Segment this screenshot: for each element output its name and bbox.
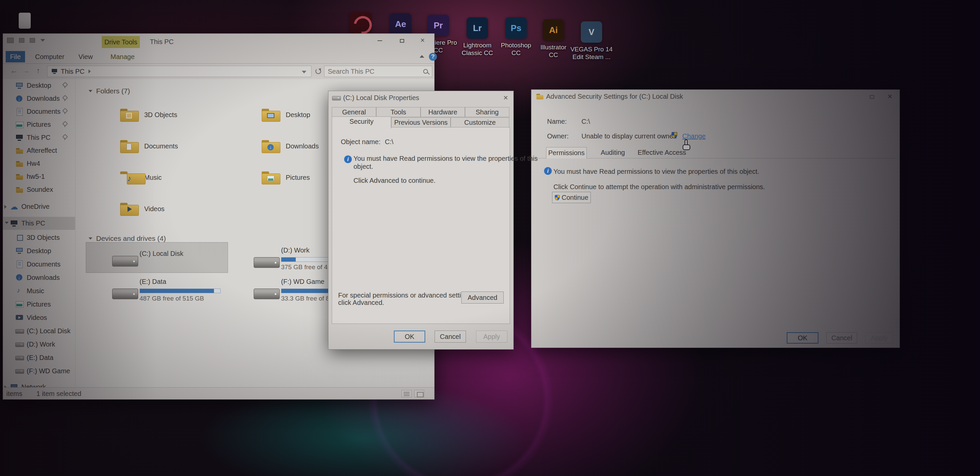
sidebar-item-hw5-1[interactable]: hw5-1 — [3, 170, 75, 183]
ribbon-tab-manage[interactable]: Manage — [110, 50, 135, 64]
navigation-pane: Desktop Downloads Documents Pictures Thi… — [3, 79, 75, 387]
downloads-icon — [15, 95, 24, 102]
folder-icon — [119, 202, 139, 216]
ribbon-tab-file[interactable]: File — [6, 51, 25, 62]
explorer-titlebar[interactable]: Drive Tools This PC × — [3, 34, 434, 50]
ok-button[interactable]: OK — [787, 332, 818, 344]
sidebar-item-this-pc-pinned[interactable]: This PC — [3, 131, 75, 144]
desktop-icon-note[interactable] — [19, 13, 31, 29]
address-dropdown-icon[interactable] — [302, 71, 306, 73]
sidebar-item-d-drive[interactable]: (D:) Work — [3, 338, 75, 351]
back-icon[interactable]: ← — [10, 67, 18, 75]
sidebar-item-downloads[interactable]: Downloads — [3, 92, 75, 105]
desktop-icon-adobe-cc[interactable] — [337, 12, 384, 33]
refresh-icon[interactable] — [315, 68, 321, 74]
tab-customize[interactable]: Customize — [450, 117, 509, 127]
sidebar-item-documents-2[interactable]: Documents — [3, 257, 75, 271]
close-icon[interactable]: × — [499, 91, 513, 105]
up-icon[interactable]: ↑ — [37, 67, 40, 75]
sidebar-item-videos[interactable]: Videos — [3, 311, 75, 324]
ribbon-collapse-icon[interactable] — [420, 55, 424, 58]
ribbon-tab-computer[interactable]: Computer — [35, 50, 64, 64]
sidebar-item-pictures-2[interactable]: Pictures — [3, 298, 75, 311]
forward-icon[interactable]: → — [22, 67, 30, 75]
drive-tools-contextual-tab[interactable]: Drive Tools — [102, 36, 140, 48]
sidebar-item-music[interactable]: Music — [3, 284, 75, 298]
tab-general[interactable]: General — [332, 107, 376, 117]
breadcrumb-text[interactable]: This PC — [61, 68, 84, 75]
sidebar-item-f-drive[interactable]: (F:) WD Game — [3, 364, 75, 378]
help-icon[interactable]: ? — [429, 53, 437, 61]
tab-previous-versions[interactable]: Previous Versions — [391, 117, 450, 127]
sidebar-item-e-drive[interactable]: (E:) Data — [3, 351, 75, 364]
qat-properties-icon[interactable] — [19, 38, 24, 43]
apply-button[interactable]: Apply — [865, 332, 893, 344]
sidebar-item-c-drive[interactable]: (C:) Local Disk — [3, 324, 75, 338]
sidebar-item-network[interactable]: Network — [3, 381, 75, 387]
search-box[interactable] — [324, 66, 432, 77]
sidebar-item-desktop-2[interactable]: Desktop — [3, 244, 75, 257]
tab-tools[interactable]: Tools — [376, 107, 421, 117]
sidebar-item-downloads-2[interactable]: Downloads — [3, 271, 75, 284]
desktop-icon-vegas[interactable]: V VEGAS Pro 14 Edit Steam ... — [568, 21, 615, 61]
cancel-button[interactable]: Cancel — [826, 332, 857, 344]
tab-auditing[interactable]: Auditing — [597, 147, 629, 159]
devices-section-header[interactable]: Devices and drives (4) — [88, 235, 166, 243]
name-label: Name: — [547, 118, 567, 125]
properties-title: (C:) Local Disk Properties — [343, 91, 419, 105]
info-icon — [344, 155, 352, 163]
sidebar-item-documents[interactable]: Documents — [3, 105, 75, 118]
drive-tile-e[interactable]: (E:) Data 487 GB free of 515 GB — [86, 274, 228, 304]
change-owner-link[interactable]: Change — [682, 132, 706, 140]
advanced-button[interactable]: Advanced — [461, 292, 504, 303]
uac-shield-icon — [555, 195, 560, 200]
properties-titlebar[interactable]: (C:) Local Disk Properties × — [328, 91, 513, 105]
tab-permissions[interactable]: Permissions — [546, 147, 587, 159]
apply-button[interactable]: Apply — [476, 330, 508, 343]
sidebar-item-soundex[interactable]: Soundex — [3, 183, 75, 196]
footer-hint-line1: For special permissions or advanced sett… — [338, 292, 474, 299]
folder-tile-documents[interactable]: Documents — [97, 132, 231, 160]
collapse-chevron-icon[interactable] — [5, 222, 8, 224]
expand-chevron-icon[interactable] — [4, 205, 7, 209]
minimize-icon — [377, 40, 382, 41]
ok-button[interactable]: OK — [394, 330, 425, 343]
drive-icon — [112, 256, 138, 267]
tab-effective-access[interactable]: Effective Access — [637, 147, 687, 159]
sidebar-item-desktop[interactable]: Desktop — [3, 79, 75, 92]
monitor-icon — [267, 113, 274, 118]
sidebar-item-3d-objects[interactable]: 3D Objects — [3, 231, 75, 244]
breadcrumb[interactable]: This PC — [47, 66, 312, 77]
sidebar-item-pictures[interactable]: Pictures — [3, 118, 75, 131]
continue-button[interactable]: Continue — [552, 192, 591, 203]
folder-tile-videos[interactable]: Videos — [97, 195, 231, 223]
sidebar-item-hw4[interactable]: Hw4 — [3, 157, 75, 170]
maximize-icon[interactable] — [865, 90, 879, 103]
illustrator-icon: Ai — [543, 19, 564, 41]
sidebar-item-this-pc[interactable]: This PC — [3, 217, 75, 230]
owner-value: Unable to display current owner. — [581, 132, 677, 140]
folder-tile-music[interactable]: Music — [97, 163, 231, 192]
tab-security[interactable]: Security — [332, 116, 391, 129]
folder-tile-3d-objects[interactable]: 3D Objects — [97, 100, 231, 129]
security-tab-page: Object name: C:\ You must have Read perm… — [332, 127, 510, 324]
advanced-titlebar[interactable]: Advanced Security Settings for (C:) Loca… — [531, 90, 900, 103]
qat-customize-chevron-icon[interactable] — [40, 39, 45, 42]
sidebar-item-aftereffect[interactable]: Aftereffect — [3, 144, 75, 157]
sidebar-item-onedrive[interactable]: OneDrive — [3, 200, 75, 213]
minimize-button[interactable] — [370, 34, 390, 47]
close-button[interactable]: × — [413, 34, 432, 47]
drive-tile-c[interactable]: (C:) Local Disk — [86, 243, 228, 273]
search-input[interactable] — [328, 66, 421, 77]
close-icon[interactable]: × — [883, 90, 897, 103]
large-icons-view-button[interactable] — [414, 390, 424, 397]
drive-icon — [15, 341, 24, 348]
maximize-button[interactable] — [392, 34, 412, 47]
tab-hardware[interactable]: Hardware — [421, 107, 465, 117]
details-view-button[interactable] — [401, 390, 412, 397]
cancel-button[interactable]: Cancel — [434, 330, 466, 343]
tab-sharing[interactable]: Sharing — [465, 107, 509, 117]
folders-section-header[interactable]: Folders (7) — [88, 87, 130, 95]
qat-new-folder-icon[interactable] — [30, 38, 35, 43]
ribbon-tab-view[interactable]: View — [78, 50, 93, 64]
